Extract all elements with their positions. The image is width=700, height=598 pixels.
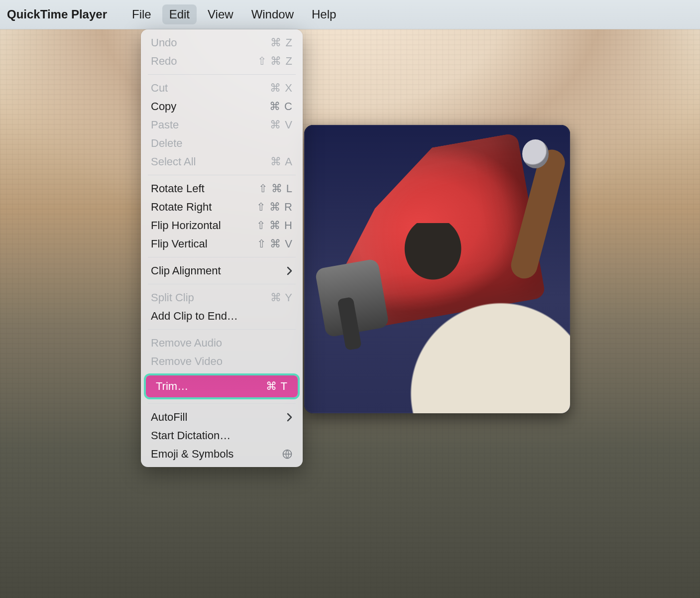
menu-item-emoji-symbols[interactable]: Emoji & Symbols xyxy=(141,445,303,463)
menu-item-select-all: Select All ⌘ A xyxy=(141,152,303,171)
menu-item-label: Split Clip xyxy=(151,291,194,304)
menu-item-label: Clip Alignment xyxy=(151,264,221,277)
menu-item-undo: Undo ⌘ Z xyxy=(141,33,303,52)
menu-item-label: Paste xyxy=(151,119,179,131)
menu-item-start-dictation[interactable]: Start Dictation… xyxy=(141,426,303,445)
edit-menu: Undo ⌘ Z Redo ⇧ ⌘ Z Cut ⌘ X Copy ⌘ C Pas… xyxy=(141,29,303,467)
video-frame-illustration xyxy=(304,125,570,413)
menu-item-shortcut: ⌘ C xyxy=(269,100,293,113)
menubar-item-view[interactable]: View xyxy=(201,4,240,24)
menu-item-clip-alignment[interactable]: Clip Alignment xyxy=(141,261,303,280)
menubar-app-name[interactable]: QuickTime Player xyxy=(7,4,114,24)
menu-item-label: Select All xyxy=(151,155,196,168)
chevron-right-icon xyxy=(287,413,293,422)
menubar-item-file[interactable]: File xyxy=(125,4,158,24)
menu-item-shortcut: ⌘ Y xyxy=(270,291,293,304)
video-window[interactable] xyxy=(304,125,570,413)
menu-item-cut: Cut ⌘ X xyxy=(141,79,303,97)
menu-item-shortcut: ⌘ X xyxy=(270,82,293,95)
menu-item-remove-audio: Remove Audio xyxy=(141,334,303,352)
menu-item-paste: Paste ⌘ V xyxy=(141,116,303,134)
menu-separator xyxy=(148,257,296,257)
menu-item-shortcut: ⌘ T xyxy=(266,380,288,393)
menu-item-label: Remove Video xyxy=(151,355,223,368)
menu-item-label: Redo xyxy=(151,55,177,68)
menu-item-shortcut: ⇧ ⌘ L xyxy=(258,182,293,195)
menu-separator xyxy=(148,74,296,75)
menu-item-label: Flip Horizontal xyxy=(151,219,221,232)
menu-item-split-clip: Split Clip ⌘ Y xyxy=(141,288,303,307)
menu-item-shortcut: ⇧ ⌘ R xyxy=(256,201,293,214)
menu-item-shortcut: ⇧ ⌘ V xyxy=(257,238,293,250)
menu-item-label: Add Clip to End… xyxy=(151,310,238,323)
menu-item-copy[interactable]: Copy ⌘ C xyxy=(141,97,303,116)
menu-separator xyxy=(148,284,296,284)
globe-icon xyxy=(282,449,293,460)
menu-item-flip-horizontal[interactable]: Flip Horizontal ⇧ ⌘ H xyxy=(141,216,303,235)
menu-separator xyxy=(148,175,296,175)
menu-item-label: Trim… xyxy=(156,380,188,393)
menu-item-label: Remove Audio xyxy=(151,337,222,350)
menu-item-trim-highlight: Trim… ⌘ T xyxy=(144,373,300,399)
menu-item-label: AutoFill xyxy=(151,411,187,424)
menu-item-label: Emoji & Symbols xyxy=(151,448,233,461)
menubar-item-window[interactable]: Window xyxy=(244,4,301,24)
menu-item-shortcut: ⌘ Z xyxy=(270,36,293,49)
menu-separator xyxy=(148,403,296,404)
menu-item-label: Flip Vertical xyxy=(151,238,208,250)
menu-item-add-clip-to-end[interactable]: Add Clip to End… xyxy=(141,307,303,325)
menu-item-label: Copy xyxy=(151,100,176,113)
menu-item-rotate-right[interactable]: Rotate Right ⇧ ⌘ R xyxy=(141,198,303,216)
menu-item-trim[interactable]: Trim… ⌘ T xyxy=(146,375,298,397)
menu-item-label: Rotate Right xyxy=(151,201,212,214)
menu-item-label: Cut xyxy=(151,82,168,95)
menu-separator xyxy=(148,329,296,330)
menu-item-shortcut: ⌘ V xyxy=(270,119,293,131)
menu-item-label: Rotate Left xyxy=(151,182,205,195)
menu-item-label: Delete xyxy=(151,137,183,150)
menubar-item-help[interactable]: Help xyxy=(305,4,343,24)
chevron-right-icon xyxy=(287,266,293,275)
menu-item-autofill[interactable]: AutoFill xyxy=(141,408,303,426)
menu-item-shortcut: ⇧ ⌘ Z xyxy=(257,55,293,68)
menu-item-shortcut: ⇧ ⌘ H xyxy=(256,219,293,232)
menubar: QuickTime Player File Edit View Window H… xyxy=(0,0,700,29)
menu-item-redo: Redo ⇧ ⌘ Z xyxy=(141,52,303,70)
menu-item-shortcut: ⌘ A xyxy=(270,155,293,168)
menu-item-rotate-left[interactable]: Rotate Left ⇧ ⌘ L xyxy=(141,179,303,198)
menu-item-label: Start Dictation… xyxy=(151,429,231,442)
menu-item-delete: Delete xyxy=(141,134,303,152)
menu-item-label: Undo xyxy=(151,36,177,49)
menubar-item-edit[interactable]: Edit xyxy=(162,4,197,24)
menu-item-remove-video: Remove Video xyxy=(141,352,303,370)
menu-item-flip-vertical[interactable]: Flip Vertical ⇧ ⌘ V xyxy=(141,235,303,253)
